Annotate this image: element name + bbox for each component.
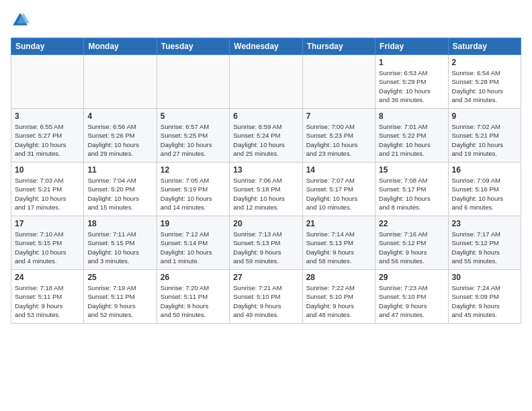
calendar-day-empty [11, 55, 84, 109]
day-number: 18 [87, 219, 152, 228]
day-info: Sunrise: 7:08 AM Sunset: 5:17 PM Dayligh… [379, 176, 444, 212]
calendar-day-5: 5Sunrise: 6:57 AM Sunset: 5:25 PM Daylig… [157, 109, 229, 163]
day-number: 25 [87, 273, 152, 282]
weekday-header-thursday: Thursday [302, 38, 375, 55]
day-number: 9 [452, 111, 517, 121]
day-info: Sunrise: 7:21 AM Sunset: 5:10 PM Dayligh… [233, 283, 298, 319]
calendar-week-row: 17Sunrise: 7:10 AM Sunset: 5:15 PM Dayli… [11, 216, 521, 270]
day-number: 20 [233, 219, 298, 228]
day-info: Sunrise: 7:09 AM Sunset: 5:16 PM Dayligh… [452, 176, 517, 212]
calendar-day-27: 27Sunrise: 7:21 AM Sunset: 5:10 PM Dayli… [230, 270, 302, 324]
day-info: Sunrise: 7:06 AM Sunset: 5:18 PM Dayligh… [233, 176, 298, 212]
day-number: 13 [233, 165, 298, 175]
day-number: 14 [306, 165, 371, 175]
calendar-day-1: 1Sunrise: 6:53 AM Sunset: 5:29 PM Daylig… [375, 55, 448, 109]
weekday-header-wednesday: Wednesday [230, 38, 302, 55]
calendar-day-2: 2Sunrise: 6:54 AM Sunset: 5:28 PM Daylig… [448, 55, 521, 109]
day-number: 23 [452, 219, 517, 228]
day-info: Sunrise: 6:56 AM Sunset: 5:26 PM Dayligh… [87, 122, 152, 158]
day-number: 3 [15, 111, 80, 121]
day-number: 16 [452, 165, 517, 175]
day-info: Sunrise: 7:01 AM Sunset: 5:22 PM Dayligh… [379, 122, 444, 158]
day-number: 22 [379, 219, 444, 228]
calendar-day-12: 12Sunrise: 7:05 AM Sunset: 5:19 PM Dayli… [157, 163, 229, 216]
day-info: Sunrise: 7:10 AM Sunset: 5:15 PM Dayligh… [15, 230, 80, 265]
calendar-day-13: 13Sunrise: 7:06 AM Sunset: 5:18 PM Dayli… [230, 163, 302, 216]
day-info: Sunrise: 7:23 AM Sunset: 5:10 PM Dayligh… [379, 283, 444, 319]
day-info: Sunrise: 7:18 AM Sunset: 5:11 PM Dayligh… [15, 283, 80, 319]
page: SundayMondayTuesdayWednesdayThursdayFrid… [0, 0, 532, 332]
calendar-day-15: 15Sunrise: 7:08 AM Sunset: 5:17 PM Dayli… [375, 163, 448, 216]
day-info: Sunrise: 6:55 AM Sunset: 5:27 PM Dayligh… [15, 122, 80, 158]
calendar-day-7: 7Sunrise: 7:00 AM Sunset: 5:23 PM Daylig… [302, 109, 375, 163]
calendar-day-empty [230, 55, 302, 109]
day-number: 24 [15, 273, 80, 282]
day-number: 29 [379, 273, 444, 282]
logo [11, 11, 32, 30]
calendar-day-29: 29Sunrise: 7:23 AM Sunset: 5:10 PM Dayli… [375, 270, 448, 324]
calendar-week-row: 3Sunrise: 6:55 AM Sunset: 5:27 PM Daylig… [11, 109, 521, 163]
day-number: 6 [233, 111, 298, 121]
day-info: Sunrise: 7:14 AM Sunset: 5:13 PM Dayligh… [306, 230, 371, 265]
calendar-day-empty [157, 55, 229, 109]
day-info: Sunrise: 7:13 AM Sunset: 5:13 PM Dayligh… [233, 230, 298, 265]
day-number: 17 [15, 219, 80, 228]
day-number: 28 [306, 273, 371, 282]
day-info: Sunrise: 7:05 AM Sunset: 5:19 PM Dayligh… [161, 176, 226, 212]
day-info: Sunrise: 7:02 AM Sunset: 5:21 PM Dayligh… [452, 122, 517, 158]
day-info: Sunrise: 7:22 AM Sunset: 5:10 PM Dayligh… [306, 283, 371, 319]
day-number: 7 [306, 111, 371, 121]
calendar-day-3: 3Sunrise: 6:55 AM Sunset: 5:27 PM Daylig… [11, 109, 84, 163]
day-info: Sunrise: 6:59 AM Sunset: 5:24 PM Dayligh… [233, 122, 298, 158]
day-number: 30 [452, 273, 517, 282]
day-info: Sunrise: 7:00 AM Sunset: 5:23 PM Dayligh… [306, 122, 371, 158]
calendar-week-row: 24Sunrise: 7:18 AM Sunset: 5:11 PM Dayli… [11, 270, 521, 324]
weekday-header-saturday: Saturday [448, 38, 521, 55]
calendar-day-14: 14Sunrise: 7:07 AM Sunset: 5:17 PM Dayli… [302, 163, 375, 216]
day-info: Sunrise: 7:20 AM Sunset: 5:11 PM Dayligh… [161, 283, 226, 319]
calendar-day-9: 9Sunrise: 7:02 AM Sunset: 5:21 PM Daylig… [448, 109, 521, 163]
day-number: 4 [87, 111, 152, 121]
day-number: 10 [15, 165, 80, 175]
logo-icon [11, 11, 30, 30]
calendar-day-24: 24Sunrise: 7:18 AM Sunset: 5:11 PM Dayli… [11, 270, 84, 324]
day-info: Sunrise: 7:03 AM Sunset: 5:21 PM Dayligh… [15, 176, 80, 212]
day-number: 1 [379, 58, 444, 67]
day-number: 19 [161, 219, 226, 228]
weekday-header-sunday: Sunday [11, 38, 84, 55]
day-number: 26 [161, 273, 226, 282]
day-number: 12 [161, 165, 226, 175]
calendar-day-empty [84, 55, 157, 109]
calendar-day-18: 18Sunrise: 7:11 AM Sunset: 5:15 PM Dayli… [84, 216, 157, 270]
calendar-table: SundayMondayTuesdayWednesdayThursdayFrid… [11, 38, 521, 324]
calendar-day-20: 20Sunrise: 7:13 AM Sunset: 5:13 PM Dayli… [230, 216, 302, 270]
day-info: Sunrise: 6:54 AM Sunset: 5:28 PM Dayligh… [452, 68, 517, 104]
weekday-header-monday: Monday [84, 38, 157, 55]
calendar-day-25: 25Sunrise: 7:19 AM Sunset: 5:11 PM Dayli… [84, 270, 157, 324]
calendar-day-empty [302, 55, 375, 109]
day-number: 5 [161, 111, 226, 121]
day-info: Sunrise: 7:19 AM Sunset: 5:11 PM Dayligh… [87, 283, 152, 319]
day-number: 27 [233, 273, 298, 282]
day-number: 11 [87, 165, 152, 175]
weekday-header-tuesday: Tuesday [157, 38, 229, 55]
calendar-day-11: 11Sunrise: 7:04 AM Sunset: 5:20 PM Dayli… [84, 163, 157, 216]
calendar-day-21: 21Sunrise: 7:14 AM Sunset: 5:13 PM Dayli… [302, 216, 375, 270]
calendar-day-28: 28Sunrise: 7:22 AM Sunset: 5:10 PM Dayli… [302, 270, 375, 324]
day-number: 8 [379, 111, 444, 121]
day-info: Sunrise: 7:17 AM Sunset: 5:12 PM Dayligh… [452, 230, 517, 265]
day-number: 2 [452, 58, 517, 67]
day-info: Sunrise: 6:53 AM Sunset: 5:29 PM Dayligh… [379, 68, 444, 104]
calendar-day-17: 17Sunrise: 7:10 AM Sunset: 5:15 PM Dayli… [11, 216, 84, 270]
day-info: Sunrise: 7:04 AM Sunset: 5:20 PM Dayligh… [87, 176, 152, 212]
calendar-day-19: 19Sunrise: 7:12 AM Sunset: 5:14 PM Dayli… [157, 216, 229, 270]
day-info: Sunrise: 7:12 AM Sunset: 5:14 PM Dayligh… [161, 230, 226, 265]
header [11, 11, 521, 30]
weekday-header-friday: Friday [375, 38, 448, 55]
calendar-week-row: 10Sunrise: 7:03 AM Sunset: 5:21 PM Dayli… [11, 163, 521, 216]
calendar-day-16: 16Sunrise: 7:09 AM Sunset: 5:16 PM Dayli… [448, 163, 521, 216]
day-info: Sunrise: 7:07 AM Sunset: 5:17 PM Dayligh… [306, 176, 371, 212]
calendar-day-26: 26Sunrise: 7:20 AM Sunset: 5:11 PM Dayli… [157, 270, 229, 324]
calendar-day-30: 30Sunrise: 7:24 AM Sunset: 5:09 PM Dayli… [448, 270, 521, 324]
day-info: Sunrise: 6:57 AM Sunset: 5:25 PM Dayligh… [161, 122, 226, 158]
